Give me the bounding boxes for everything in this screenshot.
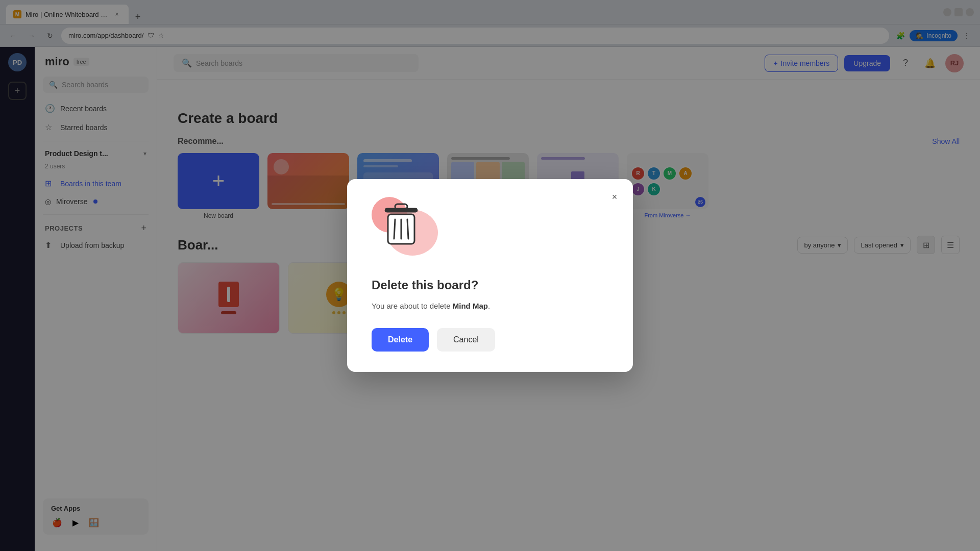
modal-board-name: Mind Map [453,302,488,310]
modal-body: You are about to delete Mind Map. [372,300,608,312]
modal-actions: Delete Cancel [372,328,608,352]
svg-line-3 [394,219,395,239]
svg-line-5 [407,219,408,239]
modal-body-suffix: . [488,302,490,310]
trash-svg-icon [381,202,422,248]
cancel-button[interactable]: Cancel [437,328,495,352]
modal-close-button[interactable]: × [606,189,623,206]
modal-title: Delete this board? [372,278,608,292]
delete-button[interactable]: Delete [372,328,429,352]
svg-rect-1 [395,204,407,209]
modal-illustration [372,199,438,266]
modal-overlay[interactable]: × Delete this board? You are about to de… [0,0,980,551]
delete-modal: × Delete this board? You are about to de… [347,179,633,372]
modal-body-prefix: You are about to delete [372,302,453,310]
